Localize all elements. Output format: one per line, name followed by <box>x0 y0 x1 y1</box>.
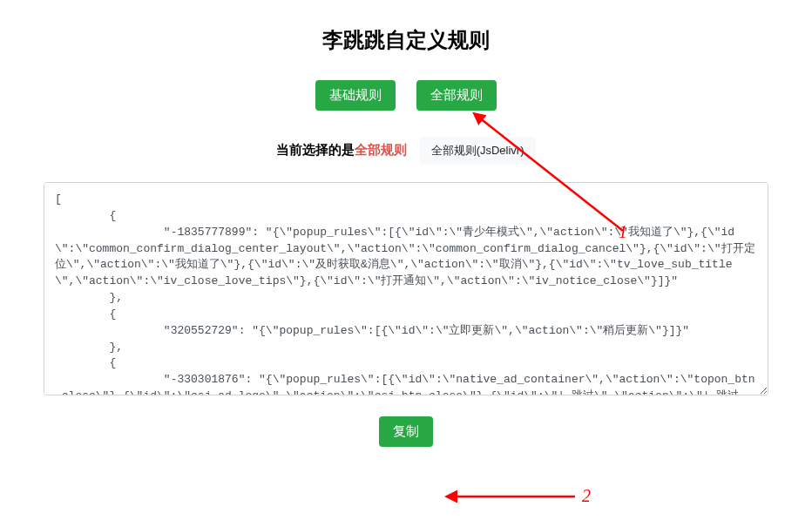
copy-button[interactable]: 复制 <box>379 416 433 447</box>
selection-prefix-label: 当前选择的是 <box>276 142 355 157</box>
annotation-arrow-2 <box>444 477 601 521</box>
all-rules-button[interactable]: 全部规则 <box>416 80 497 111</box>
basic-rules-button[interactable]: 基础规则 <box>315 80 396 111</box>
rules-textarea[interactable] <box>44 182 768 395</box>
selection-value-label: 全部规则 <box>355 142 407 157</box>
annotation-label-1: 1 <box>619 222 627 242</box>
annotation-label-2: 2 <box>582 486 591 506</box>
selection-status-row: 当前选择的是全部规则 全部规则(JsDelivr) <box>44 137 768 165</box>
page-title: 李跳跳自定义规则 <box>44 26 768 54</box>
rule-type-buttons: 基础规则 全部规则 <box>44 80 768 111</box>
jsdelivr-button[interactable]: 全部规则(JsDelivr) <box>420 137 536 165</box>
copy-row: 复制 <box>44 416 768 447</box>
